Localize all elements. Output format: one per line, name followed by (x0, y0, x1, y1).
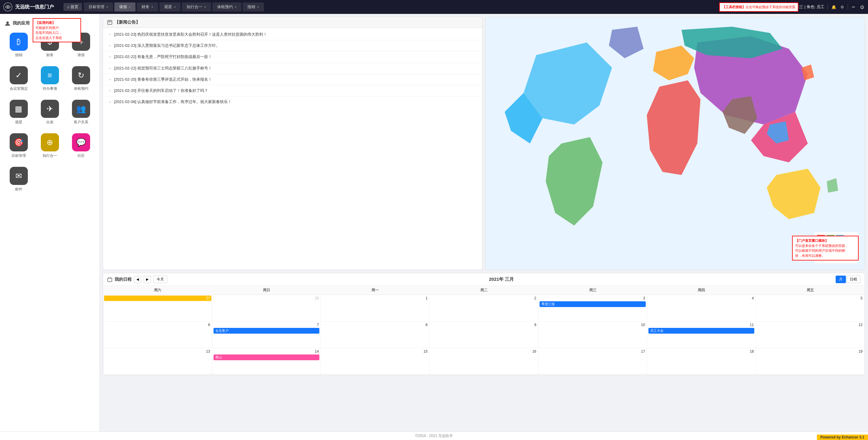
news-item[interactable]: →[2021-02-20] 开往春天的列车启动了！你准备好了吗？ (103, 85, 482, 96)
app-label-会议室预定: 会议室预定 (10, 86, 28, 91)
cal-cell[interactable]: 2 (430, 295, 538, 321)
settings-icon[interactable]: ⚙ (839, 4, 845, 10)
app-item-会议室预定[interactable]: ✓会议室预定 (3, 62, 34, 96)
news-panel: 【新闻公告】 →[2021-02-23] 热烈庆祝攻坚扶贫攻坚表彰大会胜利召开！… (103, 17, 483, 270)
cal-day-num: 16 (430, 349, 538, 354)
app-item-出差[interactable]: ✈出差 (34, 96, 65, 129)
cal-day-num: 8 (321, 322, 429, 328)
app-item-体检预约[interactable]: ↻体检预约 (65, 62, 96, 96)
header-divider (828, 4, 828, 10)
cal-cell[interactable]: 4 (647, 295, 756, 321)
cal-cell[interactable]: 12 (756, 321, 865, 348)
cal-cell[interactable]: 28 (212, 295, 321, 321)
app-icon-出差: ✈ (41, 100, 59, 118)
header-tab-体检预约[interactable]: 体检预约× (212, 2, 241, 11)
header-tab-报销[interactable]: 报销× (243, 2, 264, 11)
cal-day-num: 2 (430, 296, 538, 301)
app-item-观星[interactable]: ▦观星 (3, 96, 34, 129)
cal-day-num: 18 (648, 349, 755, 354)
news-item[interactable]: →[2021-02-23] 热烈庆祝攻坚扶贫攻坚表彰大会胜利召开！这是人类对抗贫… (103, 29, 482, 40)
cal-day-num: 1 (321, 296, 429, 301)
news-item[interactable]: →[2021-02-22] 有备无患，严防死守打好防疫战最后一疫！ (103, 52, 482, 63)
news-item[interactable]: →[2021-02-22] 祝贺我司张三士同志荣获三八红旗手称号！ (103, 63, 482, 74)
news-item[interactable]: →[2021-02-08] 认真做好节前准备工作，有序过年。祝大家新春快乐！ (103, 96, 482, 107)
cal-cell[interactable]: 11员工大会 (647, 321, 756, 348)
cal-cell[interactable]: 9 (430, 321, 538, 348)
news-item[interactable]: →[2021-02-20] 青春有你第三季评选正式开始，快来报名！ (103, 74, 482, 85)
app-icon-知行合一: ⊕ (41, 133, 59, 151)
cal-cell[interactable]: 6 (103, 321, 212, 348)
app-item-待办事项[interactable]: ≡待办事项 (34, 62, 65, 96)
cal-cell[interactable]: 10 (538, 321, 647, 348)
app-label-报销: 报销 (15, 53, 22, 58)
cal-next-btn[interactable]: ▶ (144, 276, 151, 283)
cal-cell[interactable]: 27 (103, 295, 212, 321)
cal-weekday: 周日 (212, 286, 321, 295)
cal-day-num: 14 (213, 349, 320, 354)
cal-today-btn[interactable]: 今天 (153, 276, 167, 283)
header-tab-目标管理[interactable]: 目标管理× (84, 2, 113, 11)
news-arrow: → (108, 100, 112, 104)
app-item-知行合一[interactable]: ⊕知行合一 (34, 129, 65, 163)
cal-schedule-btn[interactable]: 日程 (846, 276, 861, 283)
cal-cell[interactable]: 3季度汇报 (538, 295, 647, 321)
cal-day-num: 3 (539, 296, 646, 301)
header-tab-观星[interactable]: 观星× (159, 2, 181, 11)
news-text: [2021-02-20] 开往春天的列车启动了！你准备好了吗？ (114, 88, 208, 93)
cal-view-btns: 月 日程 (836, 276, 861, 283)
news-arrow: → (108, 77, 112, 81)
logout-icon[interactable]: ⏻ (859, 4, 865, 10)
app-item-社区[interactable]: 💬社区 (65, 129, 96, 163)
user-name: 张三 | 角色: 员工 (796, 4, 825, 10)
cal-cell[interactable]: 17 (538, 348, 647, 375)
app-label-目标管理: 目标管理 (11, 153, 26, 158)
app-icon-观星: ▦ (10, 100, 28, 118)
notification-icon[interactable]: 🔔 (831, 4, 837, 10)
cal-cell[interactable]: 19 (756, 348, 865, 375)
news-text: [2021-02-22] 祝贺我司张三士同志荣获三八红旗手称号！ (114, 66, 212, 71)
cal-cell[interactable]: 14爬山 (212, 348, 321, 375)
app-icon-体检预约: ↻ (72, 66, 90, 84)
cal-day-num: 19 (756, 349, 864, 354)
tab-close-目标管理[interactable]: × (106, 5, 108, 9)
tab-close-请假[interactable]: × (129, 5, 131, 9)
svg-rect-5 (108, 21, 111, 22)
world-map-svg (486, 17, 865, 270)
cal-month-btn[interactable]: 月 (836, 276, 846, 283)
news-item[interactable]: →[2021-02-23] 深入贯彻落实习总书记新常态下总体工作方针。 (103, 40, 482, 52)
cal-event: 爬山 (214, 354, 320, 360)
edit-icon[interactable]: ✏ (850, 4, 857, 10)
app-item-报销[interactable]: ₿报销 (3, 28, 34, 62)
tab-close-报销[interactable]: × (257, 5, 259, 9)
tab-close-观星[interactable]: × (174, 5, 176, 9)
cal-prev-btn[interactable]: ◀ (134, 276, 141, 283)
cal-cell[interactable]: 15 (321, 348, 430, 375)
app-item-目标管理[interactable]: 🎯目标管理 (3, 129, 34, 163)
news-text: [2021-02-23] 深入贯彻落实习总书记新常态下总体工作方针。 (114, 43, 220, 48)
app-icon-会议室预定: ✓ (10, 66, 28, 84)
calendar-header-bar: 我的日程 ◀ ▶ 今天 2021年 三月 月 日程 (103, 273, 865, 286)
header-tab-知行合一[interactable]: 知行合一× (182, 2, 211, 11)
cal-weekday: 周五 (756, 286, 865, 295)
cal-cell[interactable]: 1 (321, 295, 430, 321)
tab-close-体检预约[interactable]: × (235, 5, 237, 9)
svg-rect-29 (108, 278, 112, 282)
tab-close-财务[interactable]: × (151, 5, 153, 9)
cal-cell[interactable]: 16 (430, 348, 538, 375)
home-btn[interactable]: ⌂ 首页 (63, 3, 82, 11)
header-tab-财务[interactable]: 财务× (137, 2, 158, 11)
cal-weekday: 周二 (430, 286, 538, 295)
sidebar: 【应用列表】 可根据不同用户呈现不同的入口，点击后进入子系统 我的应用 ₿报销$… (0, 14, 100, 432)
cal-cell[interactable]: 18 (647, 348, 756, 375)
app-item-客户关系[interactable]: 👥客户关系 (65, 96, 96, 129)
cal-day-num: 9 (430, 322, 538, 328)
cal-cell[interactable]: 8 (321, 321, 430, 348)
cal-cell[interactable]: 13 (103, 348, 212, 375)
app-item-邮件[interactable]: ✉邮件 (3, 163, 34, 196)
cal-cell[interactable]: 7会见客户 (212, 321, 321, 348)
news-list: →[2021-02-23] 热烈庆祝攻坚扶贫攻坚表彰大会胜利召开！这是人类对抗贫… (103, 28, 482, 108)
cal-cell[interactable]: 5 (756, 295, 865, 321)
tab-close-知行合一[interactable]: × (204, 5, 206, 9)
header-tab-请假[interactable]: 请假× (114, 2, 135, 11)
calendar-month-title: 2021年 三月 (170, 276, 833, 282)
